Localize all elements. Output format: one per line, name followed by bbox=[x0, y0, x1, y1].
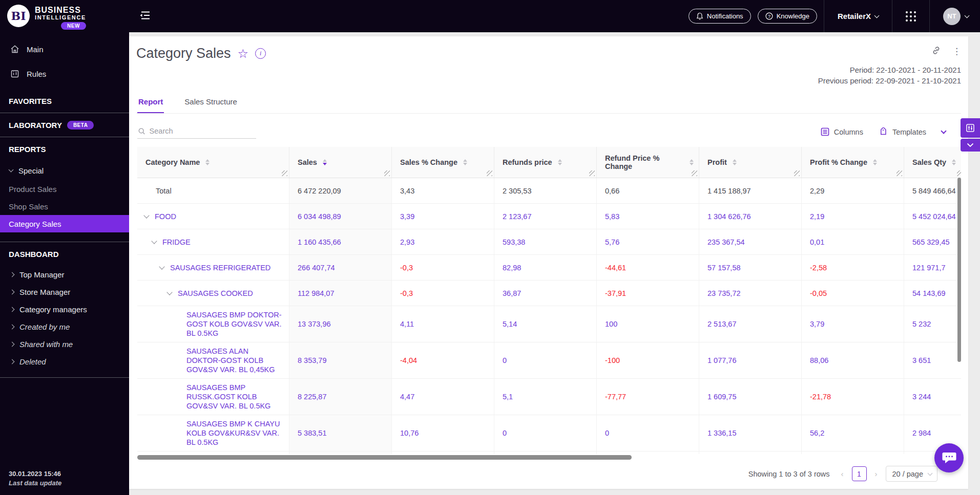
table-row[interactable]: FOOD6 034 498,893,392 123,675,831 304 62… bbox=[137, 204, 961, 229]
sort-carets-icon[interactable] bbox=[952, 159, 956, 165]
more-options-button[interactable]: ⋮ bbox=[952, 46, 961, 57]
sidebar-item-shop-sales[interactable]: Shop Sales bbox=[0, 198, 129, 215]
last-update-label: Last data update bbox=[9, 479, 61, 487]
sort-carets-icon[interactable] bbox=[873, 159, 877, 165]
table-row[interactable]: SAUSAGES COOKED112 984,07-0,336,87-37,91… bbox=[137, 281, 961, 306]
notifications-button[interactable]: Notifications bbox=[689, 9, 751, 24]
sidebar-item-shared-with-me[interactable]: Shared with me bbox=[0, 335, 129, 353]
org-selector[interactable]: RetailerX bbox=[824, 12, 892, 20]
sidebar-item-store-manager[interactable]: Store Manager bbox=[0, 283, 129, 300]
table-row[interactable]: SAUSAGES BMP K CHAYU KOLB GOV&KUR&SV VAR… bbox=[137, 415, 961, 451]
panel-settings-button[interactable] bbox=[961, 118, 980, 138]
cell-sales-change: -0,3 bbox=[391, 281, 494, 306]
sort-carets-icon[interactable] bbox=[690, 159, 694, 165]
sidebar-item-product-sales[interactable]: Product Sales bbox=[0, 180, 129, 198]
table-row[interactable]: SAUSAGES BMP DOKTOR-GOST KOLB GOV&SV VAR… bbox=[137, 306, 961, 342]
apps-grid-button[interactable] bbox=[892, 11, 929, 21]
cell-refund-price-change: 5,83 bbox=[596, 204, 699, 229]
column-header-category-name[interactable]: Category Name bbox=[137, 147, 289, 178]
sidebar-item-category-managers[interactable]: Category managers bbox=[0, 300, 129, 318]
column-header-label: Sales Qty bbox=[912, 158, 946, 166]
table-row[interactable]: FRIDGE1 160 435,662,93593,385,76235 367,… bbox=[137, 229, 961, 255]
cell-profit: 1 609,75 bbox=[699, 379, 801, 415]
expand-chevron-icon[interactable] bbox=[151, 238, 157, 244]
chevron-right-icon bbox=[10, 272, 15, 277]
chevron-right-icon bbox=[10, 341, 15, 347]
sort-carets-icon[interactable] bbox=[205, 159, 210, 165]
category-name-cell: SAUSAGES BMP K CHAYU KOLB GOV&KUR&SV VAR… bbox=[137, 415, 289, 451]
cell-sales: 5 383,51 bbox=[289, 415, 391, 451]
search-icon bbox=[138, 127, 145, 135]
table-row[interactable]: SAUSAGES ALAN DOKTOR-GOST KOLB GOV&SV VA… bbox=[137, 342, 961, 379]
cell-refunds-price: 2 305,53 bbox=[494, 178, 596, 203]
user-menu[interactable]: NT bbox=[930, 8, 980, 25]
svg-text:?: ? bbox=[768, 14, 770, 19]
sidebar-item-main[interactable]: Main bbox=[0, 37, 129, 61]
column-header-label: Category Name bbox=[145, 158, 200, 166]
sidebar-item-rules[interactable]: Rules bbox=[0, 61, 129, 86]
horizontal-scrollbar-thumb[interactable] bbox=[137, 455, 632, 460]
menu-fold-button[interactable] bbox=[139, 10, 151, 23]
column-resize-handle[interactable] bbox=[487, 170, 492, 176]
table-row[interactable]: Total6 472 220,093,432 305,530,661 415 1… bbox=[137, 178, 961, 204]
cell-refunds-price: 0 bbox=[494, 415, 596, 451]
column-header-profit-change[interactable]: Profit % Change bbox=[801, 147, 904, 178]
column-header-refund-price-change[interactable]: Refund Price % Change bbox=[596, 147, 699, 178]
table-row[interactable]: SAUSAGES BMP RUSSK.GOST KOLB GOV&SV VAR.… bbox=[137, 379, 961, 415]
chat-fab-button[interactable] bbox=[934, 443, 964, 472]
table-row[interactable]: SAUSAGES BMP KONSKAYA KOLB KON&SVIN VAR.… bbox=[137, 451, 961, 454]
column-resize-handle[interactable] bbox=[692, 170, 697, 176]
search-input[interactable] bbox=[150, 127, 255, 135]
sidebar-item-deleted[interactable]: Deleted bbox=[0, 353, 129, 370]
expand-chevron-icon[interactable] bbox=[166, 289, 172, 295]
share-link-button[interactable] bbox=[931, 46, 941, 57]
column-resize-handle[interactable] bbox=[896, 170, 902, 176]
column-header-profit[interactable]: Profit bbox=[699, 147, 801, 178]
table-row[interactable]: SAUSAGES REFRIGERATED266 407,74-0,382,98… bbox=[137, 255, 961, 281]
favorite-star-icon[interactable]: ☆ bbox=[238, 48, 249, 60]
cell-sales: 1 160 435,66 bbox=[289, 229, 391, 254]
column-resize-handle[interactable] bbox=[589, 170, 595, 176]
info-icon[interactable]: i bbox=[255, 48, 266, 59]
templates-button[interactable]: Templates bbox=[879, 127, 926, 137]
section-laboratory[interactable]: LABORATORY BETA bbox=[0, 113, 129, 137]
sidebar-item-category-sales[interactable]: Category Sales bbox=[0, 215, 129, 232]
column-header-label: Profit bbox=[707, 158, 727, 166]
expand-chevron-icon[interactable] bbox=[159, 264, 164, 269]
panel-collapse-button[interactable] bbox=[961, 139, 980, 152]
tab-report[interactable]: Report bbox=[137, 93, 164, 113]
cell-refunds-price: 2 123,67 bbox=[494, 204, 596, 229]
collapse-toolbar-chevron-icon[interactable] bbox=[941, 128, 946, 134]
columns-button[interactable]: Columns bbox=[821, 127, 863, 136]
menu-fold-icon bbox=[139, 10, 151, 20]
knowledge-button[interactable]: ? Knowledge bbox=[758, 9, 817, 24]
cell-sales-qty: 3 651 bbox=[904, 342, 961, 378]
expand-chevron-icon[interactable] bbox=[143, 212, 149, 218]
tab-sales-structure[interactable]: Sales Structure bbox=[183, 93, 238, 113]
column-header-sales[interactable]: Sales bbox=[289, 147, 391, 178]
sort-carets-icon[interactable] bbox=[323, 159, 327, 165]
column-resize-handle[interactable] bbox=[794, 170, 800, 176]
pagination-next-button[interactable]: › bbox=[874, 469, 879, 478]
cell-sales: 8 225,87 bbox=[289, 379, 391, 415]
pagination-page-1[interactable]: 1 bbox=[852, 466, 867, 481]
page-size-select[interactable]: 20 / page bbox=[886, 466, 937, 482]
sort-carets-icon[interactable] bbox=[558, 159, 562, 165]
column-resize-handle[interactable] bbox=[384, 170, 390, 176]
column-header-sales-change[interactable]: Sales % Change bbox=[391, 147, 494, 178]
sidebar-item-top-manager[interactable]: Top Manager bbox=[0, 266, 129, 283]
sidebar-item-special[interactable]: Special bbox=[0, 161, 129, 180]
cell-sales-qty: 121 971,7 bbox=[904, 255, 961, 280]
category-name: SAUSAGES REFRIGERATED bbox=[170, 263, 270, 272]
sort-carets-icon[interactable] bbox=[463, 159, 467, 165]
brand-line1: BUSINESS bbox=[35, 6, 81, 14]
column-header-label: Refunds price bbox=[503, 158, 552, 166]
sidebar-item-created-by-me[interactable]: Created by me bbox=[0, 318, 129, 335]
sort-carets-icon[interactable] bbox=[733, 159, 737, 165]
column-header-refunds-price[interactable]: Refunds price bbox=[494, 147, 596, 178]
column-resize-handle[interactable] bbox=[957, 170, 961, 176]
column-header-sales-qty[interactable]: Sales Qty bbox=[904, 147, 961, 178]
column-resize-handle[interactable] bbox=[282, 170, 287, 176]
vertical-scrollbar[interactable] bbox=[957, 178, 961, 362]
pagination-prev-button[interactable]: ‹ bbox=[840, 469, 845, 478]
